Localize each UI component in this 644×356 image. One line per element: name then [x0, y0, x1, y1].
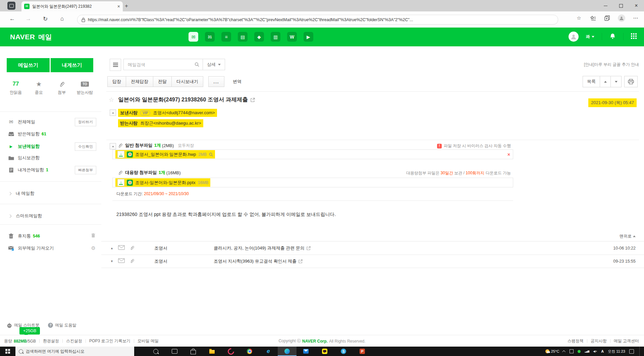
powerpoint-button[interactable]	[353, 347, 372, 356]
new-tab-button[interactable]	[125, 3, 128, 9]
apps-grid-icon[interactable]	[631, 33, 637, 40]
list-menu-button[interactable]	[110, 59, 121, 71]
mail-support-link[interactable]: 메일 고객센터	[614, 338, 639, 344]
previous-mail-button[interactable]	[600, 76, 611, 87]
maximize-button[interactable]	[613, 0, 629, 11]
microsoft-store-button[interactable]	[184, 347, 203, 356]
sidebar-item-inbox[interactable]: 받은메일함 61	[0, 128, 101, 140]
volume-muted-icon[interactable]	[593, 350, 597, 353]
forward-icon[interactable]: →	[25, 15, 31, 22]
from-address[interactable]: 조영서<dudtj7744@naver.com>	[153, 110, 215, 116]
save-all-link[interactable]: 모두저장	[178, 143, 194, 148]
sidebar-group-my-mailbox[interactable]: 내 메일함	[0, 187, 101, 199]
close-button[interactable]	[629, 0, 644, 11]
sidebar-item-external-mail[interactable]: 외부메일 가져오기	[0, 242, 101, 254]
collapse-attachments-button[interactable]	[110, 143, 116, 149]
notification-center-icon[interactable]	[629, 349, 634, 354]
thread-collapse-icon[interactable]: ▲	[110, 247, 113, 250]
tray-app-icon[interactable]	[570, 349, 574, 353]
kakaotalk-button[interactable]	[315, 347, 334, 356]
resend-button[interactable]: 다시보내기	[171, 76, 203, 87]
next-mail-button[interactable]	[610, 76, 622, 87]
news-app-icon[interactable]: ▥	[271, 32, 280, 42]
font-notice-link[interactable]: [안내]마루 부리 글꼴 추가 안내	[584, 62, 639, 68]
gear-icon[interactable]	[91, 245, 96, 251]
browser-menu-icon[interactable]	[633, 15, 639, 21]
add-favorite-icon[interactable]: ☆	[576, 15, 582, 21]
sidebar-item-sent[interactable]: ► 보낸메일함 수신확인	[0, 140, 101, 152]
star-outline-icon[interactable]	[109, 96, 114, 103]
open-new-window-icon[interactable]	[251, 98, 255, 102]
show-desktop-button[interactable]	[639, 347, 641, 356]
empty-trash-icon[interactable]	[91, 233, 95, 239]
collections-icon[interactable]	[604, 15, 610, 21]
back-icon[interactable]: ←	[9, 15, 15, 22]
notice-board-link[interactable]: 공지사항	[591, 338, 607, 344]
sidebar-item-trash[interactable]: 휴지통 546	[0, 230, 101, 242]
mybox-app-icon[interactable]: ◆	[254, 32, 264, 42]
taskbar-search-button[interactable]	[146, 347, 165, 356]
quota-bonus-badge[interactable]: +25GB	[19, 327, 40, 335]
attachment-filename[interactable]: 조영서-일본어와-일본문화.pptx	[135, 180, 196, 186]
tab-close-icon[interactable]	[117, 4, 120, 9]
reply-button[interactable]: 답장	[107, 76, 126, 87]
back-to-list-button[interactable]: 목록	[583, 76, 600, 87]
thread-expand-icon[interactable]: ▼	[110, 260, 113, 263]
tab-workspaces-icon[interactable]	[7, 2, 15, 10]
file-explorer-button[interactable]	[203, 347, 221, 356]
weather-widget[interactable]: 25°C	[545, 349, 559, 353]
search-detail-dropdown[interactable]: 상세	[203, 59, 225, 70]
organize-button[interactable]: 정리하기	[75, 118, 96, 126]
sidebar-group-smart-mailbox[interactable]: 스마트메일함	[0, 210, 101, 222]
thread-row[interactable]: ▲ 조영서 클라시카, 공자, 논어(1049) 과제제출 관련 문의 10-0…	[101, 241, 644, 255]
refresh-icon[interactable]: ↻	[43, 15, 48, 23]
naver-corp-link[interactable]: NAVER Corp.	[302, 339, 328, 344]
tv-app-icon[interactable]: ▶	[304, 32, 313, 42]
sidebar-item-drafts[interactable]: 임시보관함	[0, 152, 101, 164]
naver-mail-logo[interactable]: NAVER 메일	[10, 33, 52, 42]
write-to-me-button[interactable]: 내게쓰기	[51, 58, 93, 72]
edge-button[interactable]	[278, 347, 297, 356]
to-address[interactable]: 최장근<nihonbu@daegu.ac.kr>	[140, 120, 201, 126]
sidebar-item-all-mail[interactable]: ✉ 전체메일 정리하기	[0, 116, 101, 128]
taskbar-search-box[interactable]: 검색하려면 여기에 입력하십시오	[15, 347, 134, 356]
home-icon[interactable]: ⌂	[60, 15, 64, 22]
compose-button[interactable]: 메일쓰기	[7, 58, 50, 72]
tray-status-icon[interactable]	[578, 350, 581, 353]
translate-link[interactable]: 번역	[233, 79, 241, 85]
filter-important[interactable]: 중요	[29, 80, 49, 95]
tray-expand-icon[interactable]	[562, 350, 566, 353]
mail-search-box[interactable]	[123, 59, 203, 70]
ime-language-indicator[interactable]: A	[601, 349, 604, 353]
forward-button[interactable]: 전달	[153, 76, 172, 87]
thread-row[interactable]: ▼ 조영서 조영서 지사학(3963) 유고결석 확인서 제출 09-23 15…	[101, 255, 644, 268]
calendar-app-icon[interactable]: 31	[205, 32, 215, 42]
skype-button[interactable]	[334, 347, 353, 356]
thread-subject[interactable]: 클라시카, 공자, 논어(1049) 과제제출 관련 문의	[214, 245, 311, 251]
scroll-to-top-link[interactable]: 맨위로	[620, 233, 636, 239]
user-menu[interactable]: 콰	[586, 34, 595, 40]
memo-app-icon[interactable]: ≡	[221, 32, 231, 42]
open-new-window-icon[interactable]	[307, 246, 311, 250]
notification-bell-icon[interactable]	[609, 33, 616, 41]
spam-policy-link[interactable]: 스팸정책	[568, 338, 584, 344]
download-icon[interactable]	[117, 151, 124, 158]
sidebar-item-to-me[interactable]: 내게쓴메일함 1 빠른첨부	[0, 164, 101, 176]
internet-explorer-button[interactable]	[259, 347, 278, 356]
task-view-button[interactable]	[165, 347, 184, 356]
office-app-icon[interactable]: W	[287, 32, 297, 42]
filter-to-me[interactable]: TO 받는사람	[74, 80, 95, 95]
contacts-app-icon[interactable]: ▤	[238, 32, 248, 42]
collapse-sender-button[interactable]	[110, 109, 116, 116]
mail-help-link[interactable]: 메일 도움말	[48, 322, 76, 328]
app-c-button[interactable]	[221, 347, 240, 356]
browser-tab[interactable]: 일본어와 일본문화(2497) 219382	[21, 1, 123, 11]
search-input[interactable]	[127, 62, 195, 68]
download-icon[interactable]	[117, 179, 124, 186]
preview-icon[interactable]	[209, 152, 213, 157]
network-icon[interactable]	[585, 350, 589, 353]
search-icon[interactable]	[195, 62, 199, 67]
browser-profile-icon[interactable]	[618, 14, 625, 22]
remove-attachment-icon[interactable]	[507, 152, 510, 157]
clock[interactable]: 오전 11:23	[608, 349, 625, 354]
